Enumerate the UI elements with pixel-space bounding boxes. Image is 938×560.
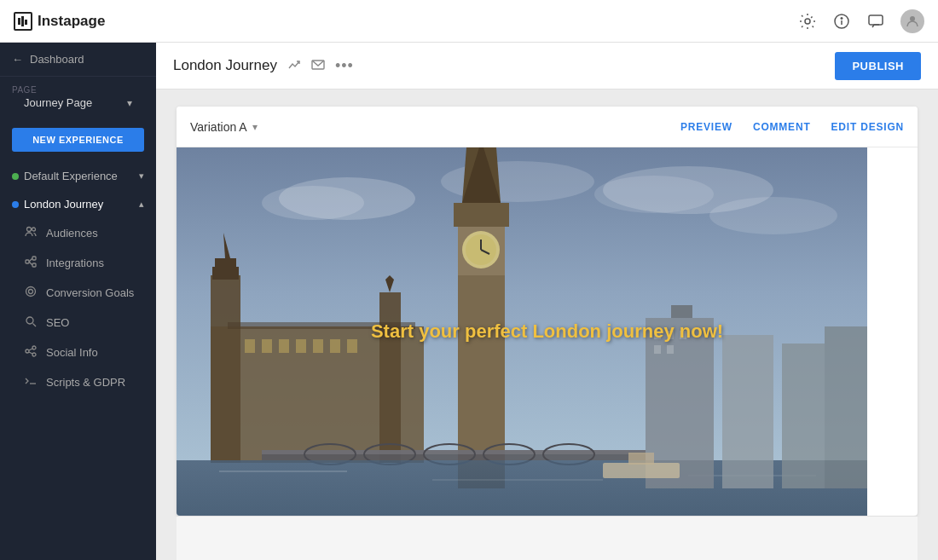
svg-point-20 xyxy=(32,346,36,349)
experience-dot-blue xyxy=(12,201,19,208)
hero-text: Start your perfect London journey now! xyxy=(371,320,723,343)
page-title: London Journey xyxy=(173,57,277,74)
svg-rect-61 xyxy=(262,450,646,454)
sidebar-item-scripts-gdpr[interactable]: Scripts & GDPR xyxy=(0,367,156,397)
svg-rect-75 xyxy=(825,326,867,488)
london-journey-label: London Journey xyxy=(24,198,103,211)
email-icon[interactable] xyxy=(311,58,325,74)
svg-rect-35 xyxy=(211,275,240,463)
new-experience-button[interactable]: NEW EXPERIENCE xyxy=(12,128,144,152)
integrations-icon xyxy=(24,256,38,270)
audiences-label: Audiences xyxy=(46,227,98,240)
preview-button[interactable]: PREVIEW xyxy=(680,121,732,133)
svg-line-15 xyxy=(29,262,32,265)
svg-rect-42 xyxy=(262,339,272,353)
svg-point-18 xyxy=(26,317,33,324)
svg-point-10 xyxy=(32,228,36,231)
svg-rect-12 xyxy=(32,257,36,260)
sidebar-dashboard-link[interactable]: ← Dashboard xyxy=(0,43,156,77)
svg-rect-2 xyxy=(25,20,27,25)
hero-text-end: journey now! xyxy=(601,320,723,342)
london-journey-chevron: ▴ xyxy=(139,199,144,210)
svg-line-24 xyxy=(29,352,32,354)
more-options-icon[interactable]: ••• xyxy=(335,57,354,75)
page-title-area: London Journey ••• xyxy=(173,57,354,75)
social-info-label: Social Info xyxy=(46,346,98,359)
bottom-strip xyxy=(177,516,918,560)
main-layout: ← Dashboard Page Journey Page ▾ NEW EXPE… xyxy=(0,43,938,560)
svg-point-29 xyxy=(262,186,364,220)
conversion-goals-icon xyxy=(24,286,38,300)
svg-rect-7 xyxy=(869,15,883,25)
default-experience-chevron: ▾ xyxy=(139,170,144,182)
social-info-icon xyxy=(24,345,38,360)
svg-rect-37 xyxy=(215,258,236,271)
editor-actions: PREVIEW COMMENT EDIT DESIGN xyxy=(680,121,904,133)
editor-card: Variation A ▾ PREVIEW COMMENT EDIT DESIG… xyxy=(177,107,918,516)
page-header: London Journey ••• PUBLISH xyxy=(156,43,938,89)
svg-rect-81 xyxy=(603,463,680,478)
svg-point-6 xyxy=(841,17,842,19)
svg-point-21 xyxy=(26,349,29,353)
svg-rect-74 xyxy=(782,344,825,488)
sidebar-item-london-journey[interactable]: London Journey ▴ xyxy=(0,190,156,218)
svg-point-22 xyxy=(32,353,36,356)
comment-button[interactable]: COMMENT xyxy=(753,121,811,133)
default-experience-label: Default Experience xyxy=(24,170,118,182)
svg-point-31 xyxy=(594,176,714,213)
back-arrow-icon: ← xyxy=(12,53,23,66)
svg-rect-80 xyxy=(667,345,674,354)
svg-line-19 xyxy=(33,324,37,327)
svg-point-33 xyxy=(709,197,837,234)
conversion-goals-label: Conversion Goals xyxy=(46,286,134,299)
top-navbar: Instapage xyxy=(0,0,938,43)
svg-rect-44 xyxy=(296,339,306,353)
sidebar-sub-items: Audiences Integrations xyxy=(0,218,156,397)
svg-rect-0 xyxy=(18,18,20,25)
editor-area: Variation A ▾ PREVIEW COMMENT EDIT DESIG… xyxy=(156,89,938,560)
editor-toolbar: Variation A ▾ PREVIEW COMMENT EDIT DESIG… xyxy=(177,107,918,147)
svg-point-17 xyxy=(29,290,33,294)
svg-rect-72 xyxy=(671,305,692,318)
analytics-icon[interactable] xyxy=(287,58,301,74)
variation-selector[interactable]: Variation A ▾ xyxy=(190,120,258,134)
logo[interactable]: Instapage xyxy=(14,12,105,31)
variation-chevron-icon: ▾ xyxy=(252,121,258,133)
variation-label: Variation A xyxy=(190,120,247,134)
content-area: London Journey ••• PUBLISH xyxy=(156,43,938,560)
sidebar-item-conversion-goals[interactable]: Conversion Goals xyxy=(0,278,156,308)
svg-line-14 xyxy=(29,258,32,262)
svg-rect-45 xyxy=(313,339,323,353)
svg-point-16 xyxy=(26,287,36,297)
sidebar-item-integrations[interactable]: Integrations xyxy=(0,248,156,278)
publish-button[interactable]: PUBLISH xyxy=(835,52,921,80)
user-avatar[interactable] xyxy=(900,9,924,33)
page-selector-name: Journey Page xyxy=(24,96,92,109)
svg-point-3 xyxy=(805,19,810,24)
svg-rect-43 xyxy=(279,339,289,353)
logo-icon xyxy=(14,12,32,31)
sidebar-item-social-info[interactable]: Social Info xyxy=(0,338,156,367)
scripts-gdpr-label: Scripts & GDPR xyxy=(46,376,125,389)
svg-point-9 xyxy=(27,228,32,232)
svg-rect-41 xyxy=(245,339,255,353)
seo-icon xyxy=(24,315,38,330)
sidebar-item-audiences[interactable]: Audiences xyxy=(0,218,156,248)
sidebar-item-default-experience[interactable]: Default Experience ▾ xyxy=(0,162,156,190)
svg-rect-79 xyxy=(654,345,661,354)
settings-icon[interactable] xyxy=(798,12,817,31)
page-selector-chevron: ▾ xyxy=(127,97,132,109)
sidebar: ← Dashboard Page Journey Page ▾ NEW EXPE… xyxy=(0,43,156,560)
audiences-icon xyxy=(24,226,38,240)
info-icon[interactable] xyxy=(832,12,851,31)
svg-rect-46 xyxy=(330,339,340,353)
edit-design-button[interactable]: EDIT DESIGN xyxy=(831,121,904,133)
svg-rect-11 xyxy=(26,260,29,263)
svg-rect-73 xyxy=(722,335,773,488)
page-selector[interactable]: Journey Page ▾ xyxy=(12,95,144,118)
scripts-gdpr-icon xyxy=(24,375,38,390)
chat-icon[interactable] xyxy=(866,12,885,31)
hero-text-start: Start your perfect xyxy=(371,320,533,342)
top-nav-icons xyxy=(798,9,924,33)
sidebar-item-seo[interactable]: SEO xyxy=(0,308,156,338)
